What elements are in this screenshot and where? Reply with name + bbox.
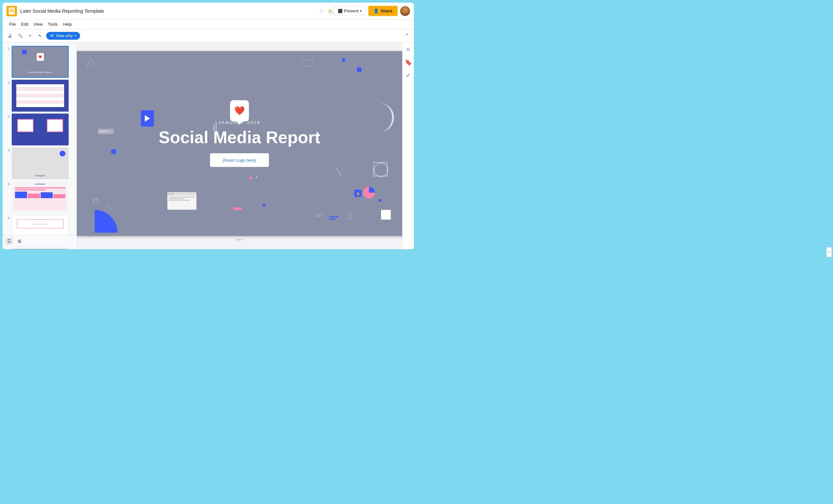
toolbar: 🖨 🔍 ▾ ↖ 👁 View only ▾ ⌃ [3, 29, 414, 42]
menu-file[interactable]: File [6, 21, 19, 28]
title-right: ⬛ Present ▾ 👤 Share [334, 6, 410, 16]
present-dropdown-arrow[interactable]: ▾ [360, 9, 361, 13]
deco-white-dot [256, 177, 257, 178]
present-button[interactable]: ⬛ Present ▾ [334, 6, 366, 16]
list-view-button[interactable]: ☰ [5, 237, 13, 245]
sidebar-check-icon[interactable]: ✓ [404, 71, 413, 80]
document-title: Later Social Media Reporting Template [20, 8, 317, 14]
slide-title-area: JANUARY 2019 Social Media Report [Insert… [159, 120, 320, 167]
nav-dot-1 [236, 239, 238, 240]
deco-pentagon [93, 198, 98, 203]
deco-phone [349, 214, 352, 220]
slide-number-5: 5 [5, 183, 10, 186]
cloud-icon[interactable]: ⛅ [328, 8, 334, 14]
menu-tools[interactable]: Tools [45, 21, 60, 28]
view-only-button[interactable]: 👁 View only ▾ [46, 32, 80, 40]
slide-4-label: Instagram [13, 174, 68, 177]
sidebar-bookmark-icon[interactable]: 🔖 [404, 58, 413, 67]
menu-help[interactable]: Help [61, 21, 74, 28]
deco-circle [373, 162, 387, 176]
view-controls: ☰ ⊞ [5, 237, 23, 245]
slide-thumb-2[interactable] [12, 80, 69, 112]
deco-lines-br [329, 216, 339, 220]
present-icon: ⬛ [338, 9, 343, 13]
sidebar-calendar-icon[interactable]: 31 [404, 45, 413, 54]
deco-play-button [141, 110, 154, 126]
slide-thumb-3[interactable] [12, 114, 69, 145]
deco-triangle-tl [87, 57, 96, 67]
slide-thumb-4[interactable]: Instagram [12, 147, 69, 179]
svg-marker-0 [87, 57, 96, 67]
title-icons: ☆ ⛅ [319, 8, 334, 14]
star-icon[interactable]: ☆ [319, 8, 325, 14]
deco-pink-rect [233, 208, 241, 210]
slide-5-label: INSTAGRAM [13, 183, 68, 185]
deco-pink-dot1 [249, 177, 252, 179]
deco-sq-white-br [381, 210, 391, 220]
slide-number-1: 1 [5, 47, 10, 51]
nav-dot-2 [239, 239, 240, 240]
menu-view[interactable]: View [31, 21, 45, 28]
view-only-label: View only [56, 33, 73, 38]
deco-browser [167, 192, 196, 210]
deco-rect-top [302, 60, 313, 66]
deco-speech [98, 129, 114, 134]
logo-placeholder-text: [Insert Logo here] [223, 158, 256, 163]
slide-panel: 1 ❤️ Social Media Report 2 [3, 42, 77, 249]
present-label: Present [344, 8, 359, 13]
calendar-date: 31 [405, 46, 412, 53]
slide-date: JANUARY 2019 [159, 120, 320, 125]
title-bar: Later Social Media Reporting Template ☆ … [3, 3, 414, 20]
slide-number-2: 2 [5, 81, 10, 85]
deco-sq-tr [357, 67, 361, 72]
deco-pie [363, 187, 375, 200]
zoom-group: 🔍 ▾ [16, 31, 34, 40]
deco-sq-small-br [378, 199, 381, 202]
slide-canvas: 🔒 [77, 51, 402, 236]
app-icon [6, 6, 17, 16]
slide-bottom-controls: ☰ ⊞ [3, 235, 76, 247]
slide-thumb-1[interactable]: ❤️ Social Media Report [12, 46, 69, 78]
svg-marker-3 [93, 198, 98, 203]
content-area: 1 ❤️ Social Media Report 2 [3, 42, 414, 249]
slide-thumb-5[interactable]: INSTAGRAM [12, 181, 69, 213]
zoom-button[interactable]: 🔍 [16, 31, 25, 40]
deco-sq-blue-top [342, 58, 345, 62]
slide-item-5[interactable]: 5 INSTAGRAM [3, 180, 76, 214]
slide-item-3[interactable]: 3 [3, 113, 76, 146]
deco-sq-lower [263, 204, 265, 207]
right-sidebar: 31 🔖 ✓ [402, 42, 414, 249]
deco-dot-blue [111, 149, 116, 154]
slide-item-7[interactable]: 7 Instagram Stories [3, 248, 76, 249]
slide-nav-dots [236, 239, 243, 240]
slide-thumb-7[interactable]: Instagram Stories [12, 249, 69, 249]
zoom-dropdown[interactable]: ▾ [25, 31, 34, 40]
slide-number-4: 4 [5, 149, 10, 152]
collapse-button[interactable]: ⌃ [402, 31, 411, 40]
slide-item-1[interactable]: 1 ❤️ Social Media Report [3, 45, 76, 79]
deco-quarter-circle [95, 210, 117, 233]
deco-arc-white [376, 103, 394, 132]
svg-marker-2 [104, 203, 111, 210]
share-label: Share [381, 8, 392, 13]
deco-lock: 🔒 [354, 190, 361, 197]
share-button[interactable]: 👤 Share [368, 6, 398, 16]
main-slide-area: 🔒 [77, 42, 402, 249]
logo-placeholder-box[interactable]: [Insert Logo here] [210, 153, 269, 167]
slide-item-2[interactable]: 2 [3, 79, 76, 113]
slide-item-4[interactable]: 4 Instagram [3, 146, 76, 180]
share-icon: 👤 [374, 8, 379, 13]
grid-view-button[interactable]: ⊞ [16, 237, 23, 245]
menu-bar: File Edit View Tools Help [3, 20, 414, 29]
menu-edit[interactable]: Edit [19, 21, 31, 28]
slide-number-6: 6 [5, 216, 10, 220]
deco-dashes-right [316, 214, 323, 216]
slide-main-title: Social Media Report [159, 128, 320, 147]
nav-dot-3 [241, 239, 243, 240]
avatar[interactable] [400, 6, 410, 16]
print-button[interactable]: 🖨 [5, 31, 14, 40]
select-tool[interactable]: ↖ [36, 31, 45, 40]
deco-tri-bl [104, 203, 111, 210]
heart-bubble: ❤️ [230, 100, 249, 121]
view-only-dropdown[interactable]: ▾ [74, 34, 76, 38]
